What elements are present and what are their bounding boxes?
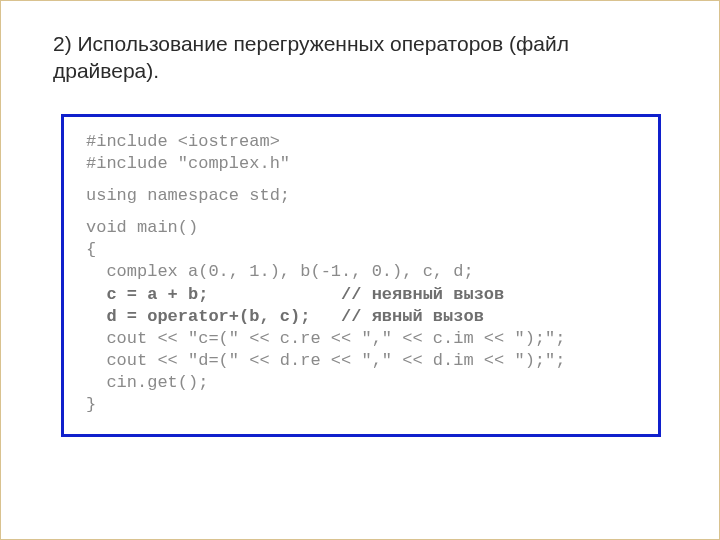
- code-line-bold: c = a + b; // неявный вызов: [86, 285, 504, 304]
- code-line: #include <iostream>: [86, 132, 280, 151]
- code-listing: #include <iostream> #include "complex.h"…: [61, 114, 661, 437]
- code-line: cout << "c=(" << c.re << "," << c.im << …: [86, 329, 565, 348]
- code-line-bold: d = operator+(b, c); // явный вызов: [86, 307, 484, 326]
- code-line: #include "complex.h": [86, 154, 290, 173]
- code-line: }: [86, 395, 96, 414]
- code-line: cout << "d=(" << d.re << "," << d.im << …: [86, 351, 565, 370]
- slide-title: 2) Использование перегруженных операторо…: [53, 31, 667, 85]
- code-line: {: [86, 240, 96, 259]
- code-line: complex a(0., 1.), b(-1., 0.), c, d;: [86, 262, 474, 281]
- code-line: cin.get();: [86, 373, 208, 392]
- blank-line: [86, 207, 636, 217]
- code-line: using namespace std;: [86, 186, 290, 205]
- blank-line: [86, 175, 636, 185]
- code-line: void main(): [86, 218, 198, 237]
- slide: 2) Использование перегруженных операторо…: [0, 0, 720, 540]
